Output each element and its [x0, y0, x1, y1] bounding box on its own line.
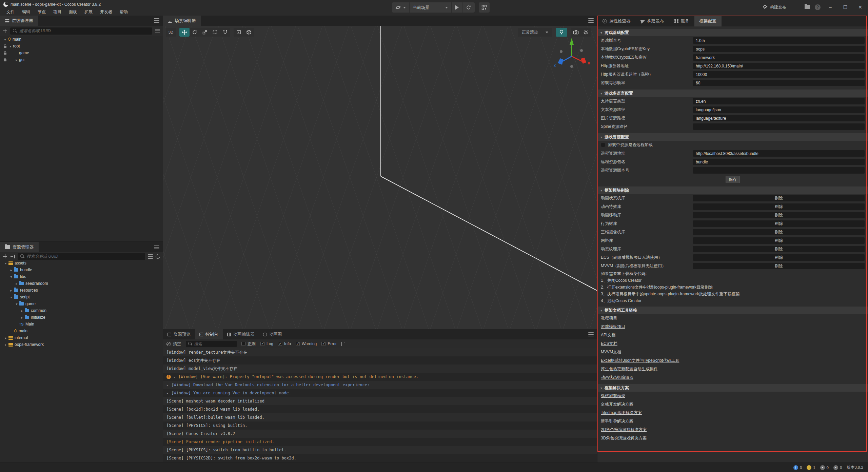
asset-node-initialize[interactable]: initialize	[0, 314, 163, 321]
panel-menu-icon[interactable]	[588, 18, 594, 23]
section-framework-modules[interactable]: 框架模块剔除	[597, 186, 868, 194]
tab-framework-config[interactable]: 框架配置	[694, 16, 722, 26]
menu-project[interactable]: 项目	[50, 8, 64, 16]
section-game-resources[interactable]: 游戏资源配置	[597, 133, 868, 141]
window-minimize-button[interactable]: –	[825, 3, 835, 11]
solution-link[interactable]: 新手引导解决方案	[601, 418, 633, 424]
scale-tool-button[interactable]	[200, 28, 210, 37]
module-remove-button[interactable]: 剔除	[693, 229, 865, 235]
log-row[interactable]: [Scene] Cocos Creator v3.8.2	[163, 430, 597, 438]
scene-viewport[interactable]: Y X Z 3D	[163, 26, 597, 329]
tab-build-publish[interactable]: 构建发布	[636, 16, 669, 26]
regex-checkbox[interactable]: 正则	[241, 341, 256, 347]
clear-console-button[interactable]: 清空	[166, 341, 181, 347]
asset-node-seedrandom[interactable]: seedrandom	[0, 280, 163, 287]
module-remove-button[interactable]: 剔除	[693, 195, 865, 201]
panel-menu-icon[interactable]	[154, 18, 159, 23]
scrollbar-thumb[interactable]	[866, 385, 867, 425]
section-game-basic[interactable]: 游戏基础配置	[597, 29, 868, 36]
filter-log-checkbox[interactable]: Log	[260, 341, 273, 346]
menu-file[interactable]: 文件	[3, 8, 18, 16]
view-gizmo[interactable]: Y X Z	[550, 35, 594, 76]
doc-link[interactable]: 动画状态机编辑器	[601, 375, 633, 380]
create-node-button[interactable]	[3, 28, 7, 33]
field-input[interactable]: 60	[693, 80, 865, 86]
expand-icon[interactable]	[166, 391, 169, 395]
chevron-down-icon[interactable]	[14, 302, 19, 306]
menu-developer[interactable]: 开发者	[97, 8, 115, 16]
filter-error-checkbox[interactable]: Error	[321, 341, 337, 346]
assets-search-input[interactable]: 搜索名称或 UUID	[18, 253, 145, 260]
log-row-info[interactable]: [Window] Download the Vue Devtools exten…	[163, 381, 597, 389]
export-log-icon[interactable]	[341, 342, 345, 346]
doc-link[interactable]: API文档	[601, 332, 615, 338]
chevron-down-icon[interactable]	[9, 275, 14, 279]
tab-services[interactable]: 服务	[669, 16, 694, 26]
status-warning-count[interactable]: 1	[807, 465, 815, 470]
log-row[interactable]: [Scene] [bullet]:bullet wasm lib loaded.	[163, 413, 597, 421]
save-button[interactable]: 保存	[726, 176, 740, 183]
chevron-right-icon[interactable]	[20, 316, 24, 319]
tab-animation-graph[interactable]: 动画图	[259, 329, 287, 339]
tab-property-inspector[interactable]: 属性检查器	[597, 16, 636, 26]
chevron-right-icon[interactable]	[20, 309, 24, 313]
asset-node-script[interactable]: script	[0, 294, 163, 300]
solution-link[interactable]: 战棋游戏框架	[601, 393, 625, 399]
play-button[interactable]	[452, 2, 462, 13]
solution-link[interactable]: 2D角色扮演游戏解决方案	[601, 427, 647, 433]
log-row[interactable]: [Window] ecs文件夹不存在	[163, 356, 597, 365]
asset-node-oops-framework[interactable]: oops-framework	[0, 341, 163, 348]
preview-device-button[interactable]	[479, 2, 490, 13]
asset-node-main-scene[interactable]: main	[0, 328, 163, 334]
expand-icon[interactable]	[174, 375, 176, 379]
doc-link[interactable]: 教程项目	[601, 315, 617, 321]
chevron-down-icon[interactable]	[3, 261, 8, 265]
open-project-folder-icon[interactable]	[805, 5, 810, 9]
chevron-right-icon[interactable]	[9, 289, 14, 292]
log-row[interactable]: [Scene] meshopt wasm decoder initialized	[163, 397, 597, 405]
field-input[interactable]: http://localhost:8083/assets/bundle	[693, 150, 865, 157]
doc-link[interactable]: MVVM文档	[601, 349, 621, 355]
rotate-tool-button[interactable]	[190, 28, 200, 37]
log-row[interactable]: [Scene] [PHYSICS]: using builtin.	[163, 421, 597, 430]
chevron-right-icon[interactable]	[14, 282, 19, 286]
module-remove-button[interactable]: 剔除	[693, 237, 865, 244]
scene-camera-button[interactable]	[571, 28, 581, 37]
asset-node-bundle[interactable]: bundle	[0, 267, 163, 273]
tree-node-game[interactable]: game	[0, 50, 163, 56]
asset-node-resources[interactable]: resources	[0, 287, 163, 294]
menu-panel[interactable]: 面板	[66, 8, 80, 16]
chevron-right-icon[interactable]	[3, 336, 8, 340]
panel-menu-icon[interactable]	[154, 245, 159, 249]
doc-link[interactable]: 原生包热更新配置自动生成插件	[601, 366, 658, 372]
refresh-icon[interactable]	[155, 253, 161, 259]
rect-tool-button[interactable]	[210, 28, 220, 37]
module-remove-button[interactable]: 剔除	[693, 212, 865, 218]
menu-help[interactable]: 帮助	[117, 8, 131, 16]
console-search-input[interactable]: 搜索	[186, 341, 237, 347]
move-tool-button[interactable]	[179, 28, 190, 37]
solution-link[interactable]: 3D角色扮演游戏解决方案	[601, 435, 647, 441]
field-input[interactable]: oops	[693, 46, 865, 52]
chevron-right-icon[interactable]	[3, 343, 8, 347]
module-remove-button[interactable]: 剔除	[693, 246, 865, 252]
section-solutions[interactable]: 框架解决方案	[597, 384, 868, 392]
tree-node-root[interactable]: root	[0, 43, 163, 50]
field-input[interactable]: bundle	[693, 159, 865, 165]
field-input[interactable]: framework	[693, 54, 865, 61]
filter-info-checkbox[interactable]: Info	[278, 341, 291, 346]
field-input[interactable]	[693, 123, 865, 130]
module-remove-button[interactable]: 剔除	[693, 203, 865, 210]
tree-node-main[interactable]: main	[0, 36, 163, 43]
chevron-down-icon[interactable]	[3, 38, 7, 41]
section-doc-links[interactable]: 框架文档工具链接	[597, 307, 868, 314]
help-icon[interactable]: ?	[815, 4, 821, 10]
field-input[interactable]	[693, 167, 865, 174]
tab-asset-preview[interactable]: 资源预览	[163, 329, 195, 339]
mode-3d-button[interactable]: 3D	[166, 28, 176, 37]
asset-node-common[interactable]: common	[0, 307, 163, 314]
module-remove-button[interactable]: 剔除	[693, 263, 865, 269]
asset-node-internal[interactable]: internal	[0, 334, 163, 341]
chevron-right-icon[interactable]	[14, 58, 19, 62]
chevron-down-icon[interactable]	[8, 44, 13, 48]
